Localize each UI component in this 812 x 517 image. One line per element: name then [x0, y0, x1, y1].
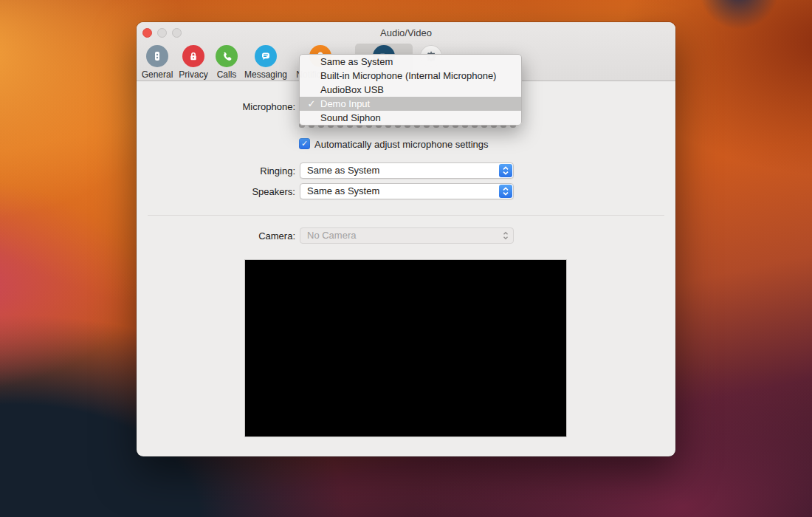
- phone-icon: [216, 45, 238, 67]
- menu-item-label: AudioBox USB: [320, 84, 384, 95]
- lock-icon: [182, 45, 204, 67]
- ringing-value: Same as System: [307, 165, 379, 176]
- checkmark-icon: ✓: [306, 97, 317, 111]
- preferences-window: Audio/Video General Privacy Calls: [137, 22, 675, 456]
- switch-icon: [146, 45, 168, 67]
- toolbar-item-general[interactable]: General: [138, 44, 176, 79]
- camera-preview: [244, 259, 567, 437]
- toolbar-label: Privacy: [179, 69, 207, 80]
- auto-adjust-label: Automatically adjust microphone settings: [314, 139, 489, 150]
- toolbar-item-messaging[interactable]: Messaging: [241, 44, 291, 79]
- camera-value: No Camera: [307, 230, 356, 241]
- camera-select: No Camera: [300, 227, 514, 244]
- window-title: Audio/Video: [137, 27, 675, 38]
- menu-item-label: Same as System: [320, 56, 393, 67]
- toolbar-label: Messaging: [244, 69, 287, 80]
- speakers-value: Same as System: [307, 185, 379, 196]
- menu-item-selected[interactable]: ✓ Demo Input: [300, 97, 521, 111]
- section-divider: [148, 215, 664, 216]
- menu-item[interactable]: Built-in Microphone (Internal Microphone…: [300, 69, 521, 83]
- speakers-label: Speakers:: [137, 185, 295, 198]
- microphone-menu: Same as System Built-in Microphone (Inte…: [299, 54, 522, 126]
- menu-item-label: Sound Siphon: [320, 112, 381, 123]
- stepper-icon[interactable]: [499, 185, 512, 198]
- toolbar-item-calls[interactable]: Calls: [212, 44, 241, 79]
- menu-item[interactable]: AudioBox USB: [300, 83, 521, 97]
- camera-label: Camera:: [137, 230, 295, 242]
- titlebar: Audio/Video: [137, 22, 675, 43]
- menu-item[interactable]: Same as System: [300, 55, 521, 69]
- auto-adjust-checkbox[interactable]: ✓: [299, 138, 310, 149]
- speakers-select[interactable]: Same as System: [300, 183, 514, 199]
- menu-item-label: Built-in Microphone (Internal Microphone…: [320, 70, 496, 81]
- stepper-icon: [499, 229, 512, 242]
- toolbar-label: General: [142, 69, 173, 80]
- ringing-select[interactable]: Same as System: [300, 162, 514, 179]
- chat-bubble-icon: [255, 45, 277, 67]
- checkmark-icon: ✓: [301, 139, 308, 148]
- toolbar-label: Calls: [217, 69, 237, 80]
- ringing-label: Ringing:: [137, 165, 295, 177]
- menu-item[interactable]: Sound Siphon: [300, 111, 521, 125]
- microphone-label: Microphone:: [137, 100, 295, 113]
- toolbar-item-privacy[interactable]: Privacy: [175, 44, 212, 79]
- menu-item-label: Demo Input: [320, 98, 370, 109]
- stepper-icon[interactable]: [499, 164, 512, 177]
